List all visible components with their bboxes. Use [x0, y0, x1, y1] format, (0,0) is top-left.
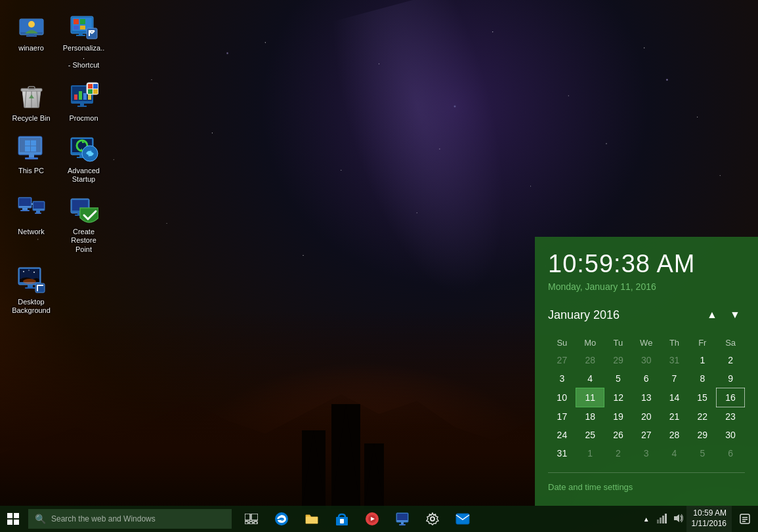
svg-rect-26 — [77, 106, 87, 107]
calendar-day-5-5[interactable]: 5 — [688, 444, 717, 462]
svg-rect-21 — [74, 94, 77, 100]
desktop-icon-network[interactable]: Network — [7, 190, 56, 257]
calendar-next-btn[interactable]: ▼ — [725, 305, 745, 325]
desktop-icon-this-pc[interactable]: This PC — [7, 129, 56, 187]
mail-button[interactable] — [448, 506, 477, 532]
svg-rect-35 — [25, 140, 30, 146]
calendar-day-5-2[interactable]: 2 — [604, 444, 633, 462]
calendar-day-3-1[interactable]: 18 — [576, 407, 604, 426]
calendar-day-4-3[interactable]: 27 — [632, 426, 660, 444]
calendar-day-0-0[interactable]: 27 — [548, 351, 576, 369]
calendar-day-0-6[interactable]: 2 — [717, 351, 745, 369]
svg-rect-23 — [83, 93, 87, 100]
calendar-day-1-2[interactable]: 5 — [604, 369, 633, 388]
calendar-day-2-0[interactable]: 10 — [548, 388, 576, 407]
calendar-day-1-5[interactable]: 8 — [688, 369, 717, 388]
svg-point-2 — [28, 21, 35, 28]
task-view-button[interactable] — [237, 506, 266, 532]
calendar-week-3: 17181920212223 — [548, 407, 745, 426]
network-tray-icon[interactable] — [657, 513, 667, 525]
svg-rect-22 — [79, 91, 82, 100]
date-time-settings-btn[interactable]: Date and time settings — [548, 482, 633, 492]
svg-rect-71 — [245, 514, 250, 520]
svg-rect-38 — [31, 146, 36, 152]
calendar-day-2-5[interactable]: 15 — [688, 388, 717, 407]
calendar-day-3-3[interactable]: 20 — [632, 407, 660, 426]
svg-rect-8 — [80, 19, 85, 24]
advanced-startup-icon — [68, 133, 100, 164]
calendar-day-5-4[interactable]: 4 — [660, 444, 688, 462]
clock-popup: 10:59:38 AM Monday, January 11, 2016 Jan… — [535, 237, 758, 506]
icon-row-2: Recycle Bin — [7, 77, 108, 126]
calendar-day-4-5[interactable]: 29 — [688, 426, 717, 444]
store-button[interactable] — [327, 506, 356, 532]
show-hidden-icons-btn[interactable]: ▲ — [641, 516, 652, 523]
calendar-day-4-6[interactable]: 30 — [717, 426, 745, 444]
calendar-day-1-4[interactable]: 7 — [660, 369, 688, 388]
calendar-day-1-3[interactable]: 6 — [632, 369, 660, 388]
svg-rect-89 — [660, 518, 662, 523]
this-pc-icon — [16, 133, 47, 164]
create-restore-label: CreateRestore Point — [62, 228, 105, 254]
svg-rect-55 — [35, 213, 41, 214]
edge-button[interactable] — [267, 506, 296, 532]
calendar-day-4-1[interactable]: 25 — [576, 426, 604, 444]
calendar-day-2-3[interactable]: 13 — [632, 388, 660, 407]
calendar-day-1-1[interactable]: 4 — [576, 369, 604, 388]
svg-rect-9 — [74, 26, 79, 30]
calendar-day-5-0[interactable]: 31 — [548, 444, 576, 462]
calendar-day-4-0[interactable]: 24 — [548, 426, 576, 444]
calendar-day-3-2[interactable]: 19 — [604, 407, 633, 426]
volume-tray-icon[interactable] — [673, 513, 683, 525]
desktop-bg-label: DesktopBackground — [12, 298, 51, 315]
calendar-day-3-5[interactable]: 22 — [688, 407, 717, 426]
desktop-icon-winaero[interactable]: winaero — [7, 7, 56, 73]
start-button[interactable] — [0, 506, 26, 532]
calendar-day-1-6[interactable]: 9 — [717, 369, 745, 388]
svg-rect-3 — [29, 33, 34, 35]
create-restore-icon — [68, 194, 100, 225]
desktop-icon-advanced-startup[interactable]: AdvancedStartup — [59, 129, 108, 187]
calendar-day-3-4[interactable]: 21 — [660, 407, 688, 426]
calendar-day-0-1[interactable]: 28 — [576, 351, 604, 369]
calendar-day-3-0[interactable]: 17 — [548, 407, 576, 426]
action-center-button[interactable] — [732, 506, 758, 532]
desktop-icon-create-restore[interactable]: CreateRestore Point — [59, 190, 108, 257]
calendar-day-3-6[interactable]: 23 — [717, 407, 745, 426]
calendar-day-2-6[interactable]: 16 — [717, 388, 745, 407]
calendar-day-0-4[interactable]: 31 — [660, 351, 688, 369]
calendar-day-5-1[interactable]: 1 — [576, 444, 604, 462]
calendar-day-1-0[interactable]: 3 — [548, 369, 576, 388]
calendar-header: January 2016 ▲ ▼ — [548, 305, 745, 325]
calendar-day-5-3[interactable]: 3 — [632, 444, 660, 462]
calendar-day-0-3[interactable]: 30 — [632, 351, 660, 369]
desktop-icon-procmon[interactable]: Procmon — [59, 77, 108, 126]
desktop-icon-personalization[interactable]: Personaliza...- Shortcut — [59, 7, 108, 73]
calendar-day-5-6[interactable]: 6 — [717, 444, 745, 462]
calendar-day-4-2[interactable]: 26 — [604, 426, 633, 444]
svg-point-64 — [23, 271, 24, 272]
svg-rect-53 — [33, 202, 44, 209]
desktop-icon-desktop-bg[interactable]: DesktopBackground — [7, 260, 56, 318]
settings-button[interactable] — [418, 506, 447, 532]
taskbar-date: 1/11/2016 — [692, 519, 726, 529]
taskbar-clock[interactable]: 10:59 AM 1/11/2016 — [686, 506, 732, 532]
windows-logo-icon — [7, 513, 19, 525]
calendar-day-2-2[interactable]: 12 — [604, 388, 633, 407]
file-explorer-button[interactable] — [297, 506, 326, 532]
system-icon-button[interactable] — [388, 506, 417, 532]
calendar-day-4-4[interactable]: 28 — [660, 426, 688, 444]
calendar-prev-btn[interactable]: ▲ — [702, 305, 722, 325]
desktop-icon-recycle-bin[interactable]: Recycle Bin — [7, 77, 56, 126]
calendar-day-2-4[interactable]: 14 — [660, 388, 688, 407]
calendar-day-0-5[interactable]: 1 — [688, 351, 717, 369]
day-header-th: Th — [660, 335, 688, 351]
calendar-day-0-2[interactable]: 29 — [604, 351, 633, 369]
calendar-day-2-1[interactable]: 11 — [576, 388, 604, 407]
svg-rect-69 — [25, 287, 35, 289]
search-bar[interactable]: 🔍 Search the web and Windows — [28, 509, 232, 529]
svg-rect-31 — [93, 89, 98, 94]
calendar-nav: ▲ ▼ — [702, 305, 745, 325]
media-player-button[interactable] — [358, 506, 387, 532]
personalization-label: Personaliza...- Shortcut — [62, 44, 105, 70]
